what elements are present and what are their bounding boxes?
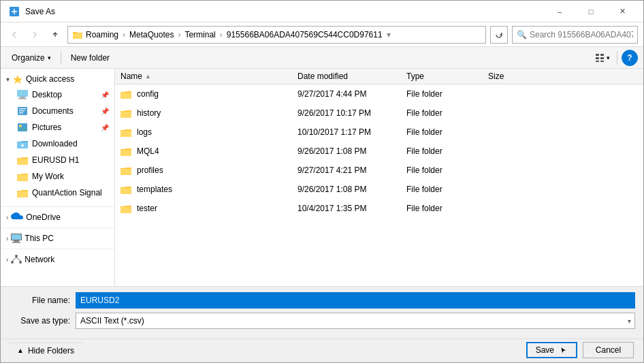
address-bar: Roaming › MetaQuotes › Terminal › 915566… [1, 22, 643, 47]
svg-marker-7 [13, 75, 22, 84]
path-metaquotes: MetaQuotes [129, 30, 174, 40]
quick-access-header[interactable]: ▾ Quick access [1, 72, 114, 86]
network-chevron-icon: › [6, 256, 8, 264]
svg-rect-13 [19, 110, 25, 112]
toolbar-separator [61, 51, 61, 65]
row-type-config: File folder [406, 89, 488, 99]
pictures-icon [17, 123, 28, 132]
svg-point-22 [11, 261, 14, 264]
savetype-select[interactable]: ASCII Text (*.csv) CSV (*.csv) All Files… [76, 313, 635, 329]
savetype-label: Save as type: [9, 316, 70, 326]
row-type-mql4: File folder [406, 146, 488, 156]
new-folder-label: New folder [71, 53, 110, 63]
action-bar: ▲ Hide Folders Save Cancel [1, 338, 643, 362]
folder-icon [120, 146, 131, 156]
folder-icon [120, 204, 131, 213]
minimize-button[interactable]: – [544, 1, 575, 22]
help-button[interactable]: ? [622, 50, 638, 66]
hide-folders-button[interactable]: ▲ Hide Folders [9, 343, 82, 358]
folder-icon [120, 165, 131, 175]
search-icon: 🔍 [517, 30, 527, 40]
cursor-icon [560, 346, 568, 354]
pin-icon-documents: 📌 [101, 108, 109, 115]
documents-icon [17, 106, 28, 116]
path-id: 915566BA06ADA407569C544CC0D97611 [227, 30, 383, 40]
sidebar-item-pictures[interactable]: Pictures 📌 [1, 119, 114, 136]
title-bar-controls: – □ ✕ [544, 1, 638, 22]
table-row[interactable]: MQL4 9/26/2017 1:08 PM File folder [115, 142, 643, 161]
search-box[interactable]: 🔍 [512, 26, 638, 44]
row-name-profiles: profiles [120, 165, 297, 175]
svg-rect-19 [14, 240, 19, 242]
sidebar-documents-label: Documents [32, 106, 74, 116]
hide-folders-label: Hide Folders [28, 346, 74, 356]
row-date-mql4: 9/26/2017 1:08 PM [297, 146, 406, 156]
row-name-logs: logs [120, 127, 297, 137]
sidebar-item-thispc[interactable]: › This PC [1, 231, 114, 246]
sidebar-item-documents[interactable]: Documents 📌 [1, 103, 114, 119]
refresh-icon [495, 31, 503, 39]
sidebar-item-mywork[interactable]: My Work [1, 168, 114, 185]
sidebar-item-network[interactable]: › Network [1, 252, 114, 267]
pin-icon-pictures: 📌 [101, 124, 109, 131]
sidebar-item-onedrive[interactable]: › OneDrive [1, 210, 114, 225]
new-folder-button[interactable]: New folder [65, 50, 115, 66]
up-button[interactable] [47, 27, 63, 43]
forward-button[interactable] [27, 27, 43, 43]
sidebar-item-quantaction[interactable]: QuantAction Signal [1, 185, 114, 201]
svg-rect-2 [600, 54, 604, 56]
quantaction-folder-icon [17, 188, 28, 198]
title-bar-left: Save As [9, 6, 55, 17]
save-button[interactable]: Save [526, 342, 577, 358]
row-type-logs: File folder [406, 127, 488, 137]
refresh-button[interactable] [490, 26, 508, 44]
row-date-profiles: 9/27/2017 4:21 PM [297, 165, 406, 175]
table-row[interactable]: profiles 9/27/2017 4:21 PM File folder [115, 161, 643, 180]
save-as-dialog: Save As – □ ✕ [0, 0, 644, 363]
view-button[interactable]: ▾ [593, 50, 613, 66]
cancel-button[interactable]: Cancel [583, 342, 634, 358]
col-header-size[interactable]: Size [488, 72, 543, 81]
filename-row: File name: [9, 292, 635, 309]
address-path[interactable]: Roaming › MetaQuotes › Terminal › 915566… [67, 26, 486, 44]
back-button[interactable] [6, 27, 22, 43]
path-terminal: Terminal [184, 30, 215, 40]
svg-rect-14 [19, 112, 23, 114]
organize-button[interactable]: Organize ▾ [6, 50, 57, 66]
toolbar-separator-2 [617, 51, 617, 65]
table-row[interactable]: config 9/27/2017 4:44 PM File folder [115, 84, 643, 104]
back-icon [11, 31, 18, 38]
table-row[interactable]: history 9/26/2017 10:17 PM File folder [115, 104, 643, 123]
onedrive-label: OneDrive [26, 212, 61, 222]
search-input[interactable] [530, 30, 633, 40]
sidebar-quantaction-label: QuantAction Signal [32, 188, 102, 198]
col-header-name[interactable]: Name ▲ [120, 72, 297, 81]
row-date-templates: 9/26/2017 1:08 PM [297, 185, 406, 194]
onedrive-icon [11, 212, 23, 222]
table-row[interactable]: logs 10/10/2017 1:17 PM File folder [115, 123, 643, 142]
sidebar-item-eurusd[interactable]: EURUSD H1 [1, 152, 114, 168]
sidebar-item-desktop[interactable]: Desktop 📌 [1, 86, 114, 103]
table-row[interactable]: templates 9/26/2017 1:08 PM File folder [115, 180, 643, 199]
table-row[interactable]: tester 10/4/2017 1:35 PM File folder [115, 199, 643, 218]
sidebar-item-downloaded[interactable]: Downloaded [1, 136, 114, 152]
cancel-label: Cancel [596, 345, 621, 355]
desktop-icon [17, 90, 28, 99]
svg-rect-15 [18, 123, 27, 131]
row-type-history: File folder [406, 108, 488, 118]
folder-icon [120, 108, 131, 118]
title-bar: Save As – □ ✕ [1, 1, 643, 22]
sidebar-downloaded-label: Downloaded [32, 139, 78, 148]
downloaded-folder-icon [17, 139, 28, 148]
col-header-type[interactable]: Type [406, 72, 488, 81]
main-content: ▾ Quick access Desktop 📌 [1, 69, 643, 286]
close-button[interactable]: ✕ [607, 1, 638, 22]
svg-rect-8 [17, 90, 28, 97]
filename-input[interactable] [76, 292, 635, 309]
quick-access-label: Quick access [26, 74, 74, 84]
col-header-date[interactable]: Date modified [297, 72, 406, 81]
svg-line-24 [12, 257, 16, 261]
dialog-buttons: Save Cancel [526, 342, 635, 358]
svg-rect-3 [596, 57, 599, 59]
maximize-button[interactable]: □ [575, 1, 607, 22]
